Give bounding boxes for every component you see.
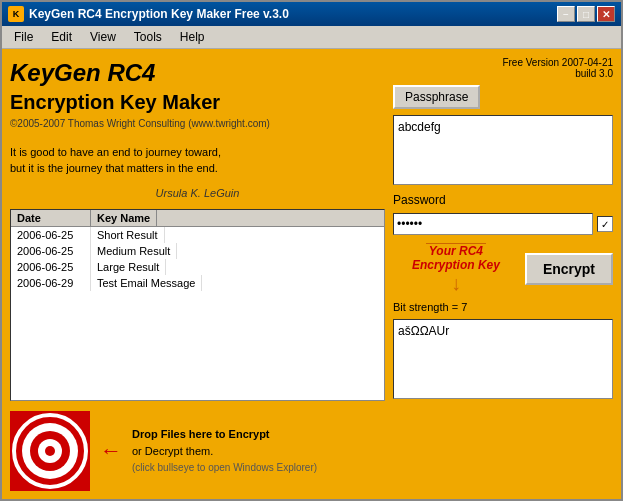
- right-panel: Free Version 2007-04-21 build 3.0 Passph…: [393, 57, 613, 491]
- drop-zone[interactable]: ← Drop Files here to Encrypt or Decrypt …: [10, 411, 385, 491]
- cell-date: 2006-06-29: [11, 275, 91, 291]
- table-row[interactable]: 2006-06-25 Medium Result: [11, 243, 384, 259]
- menu-edit[interactable]: Edit: [43, 28, 80, 46]
- drop-text-small: (click bullseye to open Windows Explorer…: [132, 462, 317, 473]
- cell-keyname: Large Result: [91, 259, 166, 275]
- menu-help[interactable]: Help: [172, 28, 213, 46]
- menu-tools[interactable]: Tools: [126, 28, 170, 46]
- password-checkbox[interactable]: ✓: [597, 216, 613, 232]
- window-title: KeyGen RC4 Encryption Key Maker Free v.3…: [29, 7, 289, 21]
- window-controls: − □ ✕: [557, 6, 615, 22]
- rc4-label-text: Your RC4Encryption Key: [412, 244, 500, 272]
- key-list-body: 2006-06-25 Short Result 2006-06-25 Mediu…: [11, 227, 384, 397]
- quote-text: It is good to have an end to journey tow…: [10, 144, 385, 177]
- app-window: K KeyGen RC4 Encryption Key Maker Free v…: [0, 0, 623, 501]
- passphrase-button[interactable]: Passphrase: [393, 85, 480, 109]
- version-info: Free Version 2007-04-21 build 3.0: [393, 57, 613, 79]
- rc4-label-container: Your RC4Encryption Key ↓: [393, 243, 519, 295]
- drop-arrow: ←: [100, 438, 122, 464]
- table-row[interactable]: 2006-06-25 Short Result: [11, 227, 384, 243]
- password-label: Password: [393, 193, 613, 207]
- passphrase-input[interactable]: abcdefg: [393, 115, 613, 185]
- cell-keyname: Medium Result: [91, 243, 177, 259]
- bit-strength-label: Bit strength = 7: [393, 301, 613, 313]
- app-title: KeyGen RC4 Encryption Key Maker ©2005-20…: [10, 57, 385, 130]
- key-list-header: Date Key Name: [11, 210, 384, 227]
- cell-date: 2006-06-25: [11, 259, 91, 275]
- key-list[interactable]: Date Key Name 2006-06-25 Short Result 20…: [10, 209, 385, 401]
- app-name-plain: KeyGen: [10, 59, 107, 86]
- drop-text-bold: Drop Files here to Encrypt: [132, 428, 270, 440]
- bullseye-icon[interactable]: [10, 411, 90, 491]
- password-input[interactable]: [393, 213, 593, 235]
- minimize-button[interactable]: −: [557, 6, 575, 22]
- main-content: KeyGen RC4 Encryption Key Maker ©2005-20…: [2, 49, 621, 499]
- encrypt-button[interactable]: Encrypt: [525, 253, 613, 285]
- quote-author: Ursula K. LeGuin: [10, 187, 385, 199]
- drop-instructions: Drop Files here to Encrypt or Decrypt th…: [132, 426, 317, 476]
- table-row[interactable]: 2006-06-25 Large Result: [11, 259, 384, 275]
- result-textarea[interactable]: ašΩΩAUr: [393, 319, 613, 399]
- rc4-label: Your RC4Encryption Key: [412, 244, 500, 272]
- menu-file[interactable]: File: [6, 28, 41, 46]
- app-name-italic: RC4: [107, 59, 155, 86]
- close-button[interactable]: ✕: [597, 6, 615, 22]
- maximize-button[interactable]: □: [577, 6, 595, 22]
- app-title-line1: KeyGen RC4: [10, 57, 385, 89]
- cell-keyname: Test Email Message: [91, 275, 202, 291]
- app-title-line2: Encryption Key Maker: [10, 89, 385, 115]
- menu-view[interactable]: View: [82, 28, 124, 46]
- rc4-down-arrow: ↓: [451, 272, 461, 295]
- cell-date: 2006-06-25: [11, 227, 91, 243]
- svg-point-5: [45, 446, 55, 456]
- cell-date: 2006-06-25: [11, 243, 91, 259]
- app-copyright: ©2005-2007 Thomas Wright Consulting (www…: [10, 117, 385, 130]
- table-row[interactable]: 2006-06-29 Test Email Message: [11, 275, 384, 291]
- app-icon: K: [8, 6, 24, 22]
- cell-keyname: Short Result: [91, 227, 165, 243]
- encrypt-row: Your RC4Encryption Key ↓ Encrypt: [393, 243, 613, 295]
- version-line1: Free Version 2007-04-21: [393, 57, 613, 68]
- password-row: ✓: [393, 213, 613, 235]
- title-bar: K KeyGen RC4 Encryption Key Maker Free v…: [2, 2, 621, 26]
- col-date: Date: [11, 210, 91, 226]
- menu-bar: File Edit View Tools Help: [2, 26, 621, 49]
- drop-text-normal: or Decrypt them.: [132, 445, 213, 457]
- left-panel: KeyGen RC4 Encryption Key Maker ©2005-20…: [10, 57, 385, 491]
- col-keyname: Key Name: [91, 210, 157, 226]
- version-line2: build 3.0: [393, 68, 613, 79]
